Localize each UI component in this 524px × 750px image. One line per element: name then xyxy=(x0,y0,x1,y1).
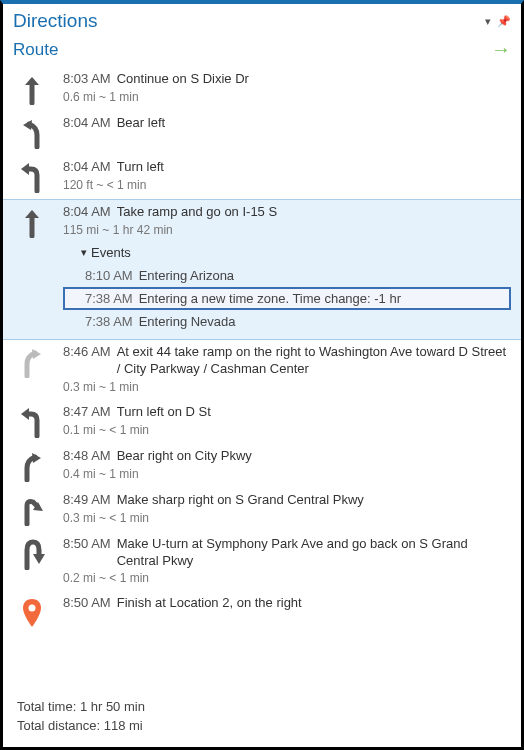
sharp-right-icon xyxy=(11,492,53,526)
direction-step[interactable]: 8:04 AMTurn left120 ft ~ < 1 min xyxy=(3,155,521,199)
panel-title: Directions xyxy=(13,10,97,32)
events-toggle[interactable]: ▾Events xyxy=(63,243,511,264)
event-text: Entering a new time zone. Time change: -… xyxy=(139,291,401,306)
direction-step[interactable]: 8:04 AMTake ramp and go on I-15 S115 mi … xyxy=(3,199,521,340)
total-time-value: 1 hr 50 min xyxy=(80,699,145,714)
step-instruction: Turn left on D St xyxy=(117,404,211,421)
step-time: 8:03 AM xyxy=(63,71,111,88)
step-instruction: Make U-turn at Symphony Park Ave and go … xyxy=(117,536,511,570)
step-body: 8:50 AMFinish at Location 2, on the righ… xyxy=(63,595,511,629)
route-link[interactable]: Route xyxy=(13,40,58,60)
step-body: 8:04 AMBear left xyxy=(63,115,511,149)
step-body: 8:04 AMTake ramp and go on I-15 S115 mi … xyxy=(63,204,511,333)
step-body: 8:47 AMTurn left on D St0.1 mi ~ < 1 min xyxy=(63,404,511,438)
events-section: ▾Events8:10 AMEntering Arizona7:38 AMEnt… xyxy=(63,243,511,333)
bear-left-icon xyxy=(11,115,53,149)
step-time: 8:46 AM xyxy=(63,344,111,378)
event-time: 8:10 AM xyxy=(85,268,133,283)
total-distance-label: Total distance: xyxy=(17,718,100,733)
step-instruction: Bear right on City Pkwy xyxy=(117,448,252,465)
event-text: Entering Nevada xyxy=(139,314,236,329)
direction-step[interactable]: 8:49 AMMake sharp right on S Grand Centr… xyxy=(3,488,521,532)
straight-icon xyxy=(11,71,53,105)
step-time: 8:48 AM xyxy=(63,448,111,465)
panel-controls: ▾ 📌 xyxy=(485,15,511,28)
chevron-down-icon: ▾ xyxy=(81,246,87,259)
step-instruction: Finish at Location 2, on the right xyxy=(117,595,302,612)
total-distance-value: 118 mi xyxy=(104,718,143,733)
arrow-right-icon[interactable]: → xyxy=(491,38,511,61)
step-body: 8:49 AMMake sharp right on S Grand Centr… xyxy=(63,492,511,526)
pin-icon[interactable]: 📌 xyxy=(497,15,511,28)
turn-left-icon xyxy=(11,159,53,193)
direction-step[interactable]: 8:50 AMMake U-turn at Symphony Park Ave … xyxy=(3,532,521,592)
step-time: 8:04 AM xyxy=(63,115,111,132)
direction-step[interactable]: 8:04 AMBear left xyxy=(3,111,521,155)
step-instruction: At exit 44 take ramp on the right to Was… xyxy=(117,344,511,378)
direction-step[interactable]: 8:47 AMTurn left on D St0.1 mi ~ < 1 min xyxy=(3,400,521,444)
directions-panel: Directions ▾ 📌 Route → 8:03 AMContinue o… xyxy=(3,4,521,747)
dropdown-icon[interactable]: ▾ xyxy=(485,15,491,28)
step-time: 8:04 AM xyxy=(63,159,111,176)
totals: Total time: 1 hr 50 min Total distance: … xyxy=(3,691,521,747)
event-row[interactable]: 8:10 AMEntering Arizona xyxy=(63,264,511,287)
step-body: 8:48 AMBear right on City Pkwy0.4 mi ~ 1… xyxy=(63,448,511,482)
total-time-label: Total time: xyxy=(17,699,76,714)
step-subtext: 115 mi ~ 1 hr 42 min xyxy=(63,223,511,237)
step-time: 8:47 AM xyxy=(63,404,111,421)
step-instruction: Turn left xyxy=(117,159,164,176)
step-subtext: 0.6 mi ~ 1 min xyxy=(63,90,511,104)
step-time: 8:49 AM xyxy=(63,492,111,509)
direction-step[interactable]: 8:03 AMContinue on S Dixie Dr0.6 mi ~ 1 … xyxy=(3,67,521,111)
svg-point-0 xyxy=(29,605,36,612)
direction-step[interactable]: 8:50 AMFinish at Location 2, on the righ… xyxy=(3,591,521,635)
route-row: Route → xyxy=(3,36,521,67)
step-subtext: 0.2 mi ~ < 1 min xyxy=(63,571,511,585)
events-label: Events xyxy=(91,245,131,260)
pin-icon xyxy=(11,595,53,629)
steps-list[interactable]: 8:03 AMContinue on S Dixie Dr0.6 mi ~ 1 … xyxy=(3,67,521,691)
step-instruction: Take ramp and go on I-15 S xyxy=(117,204,277,221)
step-subtext: 0.3 mi ~ < 1 min xyxy=(63,511,511,525)
event-text: Entering Arizona xyxy=(139,268,234,283)
direction-step[interactable]: 8:48 AMBear right on City Pkwy0.4 mi ~ 1… xyxy=(3,444,521,488)
step-body: 8:04 AMTurn left120 ft ~ < 1 min xyxy=(63,159,511,193)
step-time: 8:04 AM xyxy=(63,204,111,221)
step-instruction: Continue on S Dixie Dr xyxy=(117,71,249,88)
panel-header: Directions ▾ 📌 xyxy=(3,4,521,36)
turn-left-icon xyxy=(11,404,53,438)
bear-right-icon xyxy=(11,448,53,482)
u-turn-icon xyxy=(11,536,53,586)
step-subtext: 120 ft ~ < 1 min xyxy=(63,178,511,192)
step-body: 8:46 AMAt exit 44 take ramp on the right… xyxy=(63,344,511,394)
step-time: 8:50 AM xyxy=(63,536,111,570)
step-subtext: 0.3 mi ~ 1 min xyxy=(63,380,511,394)
step-subtext: 0.4 mi ~ 1 min xyxy=(63,467,511,481)
bear-right-light-icon xyxy=(11,344,53,394)
straight-icon xyxy=(11,204,53,333)
direction-step[interactable]: 8:46 AMAt exit 44 take ramp on the right… xyxy=(3,340,521,400)
event-row[interactable]: 7:38 AMEntering a new time zone. Time ch… xyxy=(63,287,511,310)
step-instruction: Make sharp right on S Grand Central Pkwy xyxy=(117,492,364,509)
step-subtext: 0.1 mi ~ < 1 min xyxy=(63,423,511,437)
event-row[interactable]: 7:38 AMEntering Nevada xyxy=(63,310,511,333)
step-body: 8:03 AMContinue on S Dixie Dr0.6 mi ~ 1 … xyxy=(63,71,511,105)
step-time: 8:50 AM xyxy=(63,595,111,612)
step-body: 8:50 AMMake U-turn at Symphony Park Ave … xyxy=(63,536,511,586)
step-instruction: Bear left xyxy=(117,115,165,132)
event-time: 7:38 AM xyxy=(85,291,133,306)
event-time: 7:38 AM xyxy=(85,314,133,329)
